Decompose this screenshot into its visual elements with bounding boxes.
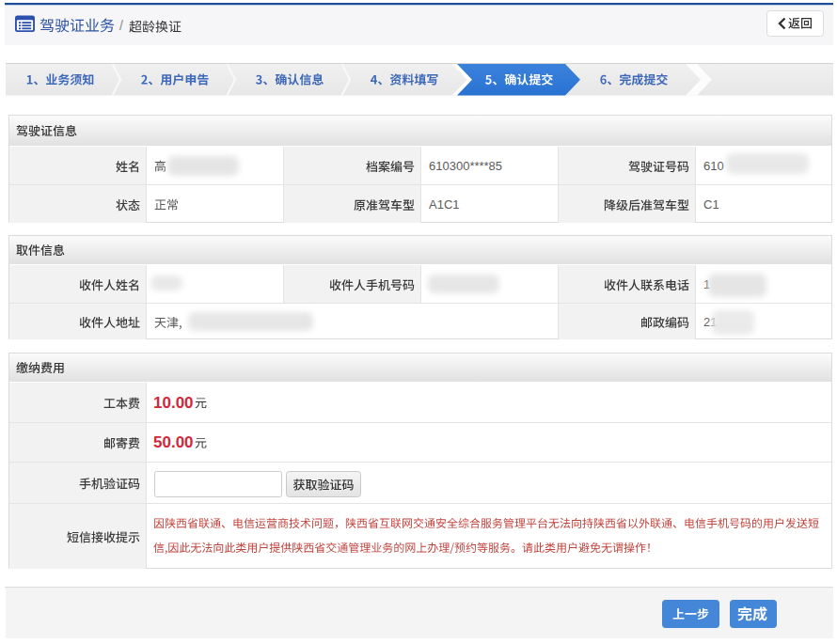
svg-text:10.00: 10.00	[153, 394, 194, 412]
svg-text:/: /	[119, 18, 123, 33]
svg-text:610300****85: 610300****85	[429, 159, 502, 173]
svg-text:50.00: 50.00	[153, 433, 194, 451]
svg-text:610: 610	[703, 159, 724, 173]
svg-text:C1: C1	[703, 197, 719, 212]
svg-text:A1C1: A1C1	[429, 197, 460, 212]
